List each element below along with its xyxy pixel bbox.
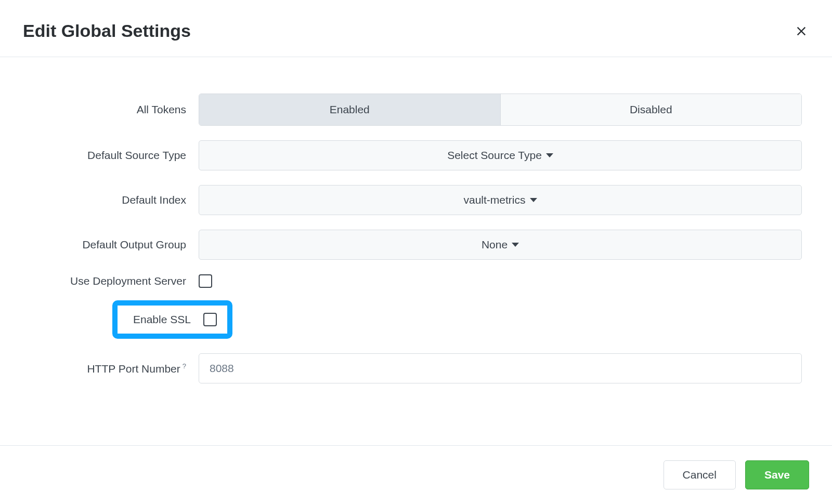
help-icon[interactable]: ? xyxy=(183,362,186,370)
cancel-button[interactable]: Cancel xyxy=(664,460,736,489)
label-default-output-group: Default Output Group xyxy=(23,238,199,251)
dropdown-default-source-type[interactable]: Select Source Type xyxy=(199,140,802,170)
row-http-port: HTTP Port Number? xyxy=(23,353,809,383)
close-icon xyxy=(796,25,807,37)
toggle-all-tokens: Enabled Disabled xyxy=(199,94,802,126)
checkbox-enable-ssl[interactable] xyxy=(203,313,217,326)
toggle-all-tokens-enabled[interactable]: Enabled xyxy=(199,94,501,125)
label-http-port: HTTP Port Number? xyxy=(23,362,199,375)
checkbox-use-deployment-server[interactable] xyxy=(199,274,212,288)
row-default-index: Default Index vault-metrics xyxy=(23,185,809,215)
label-all-tokens: All Tokens xyxy=(23,103,199,116)
label-default-index: Default Index xyxy=(23,194,199,206)
chevron-down-icon xyxy=(512,243,519,247)
row-enable-ssl: Enable SSL xyxy=(23,300,809,353)
save-button[interactable]: Save xyxy=(745,460,809,489)
row-use-deployment-server: Use Deployment Server xyxy=(23,274,809,288)
dropdown-default-output-group[interactable]: None xyxy=(199,230,802,260)
chevron-down-icon xyxy=(530,198,537,202)
highlight-enable-ssl: Enable SSL xyxy=(112,300,232,339)
modal-body: All Tokens Enabled Disabled Default Sour… xyxy=(0,57,832,445)
modal-footer: Cancel Save xyxy=(0,445,832,504)
toggle-all-tokens-disabled[interactable]: Disabled xyxy=(501,94,802,125)
dropdown-value: None xyxy=(482,238,508,251)
row-all-tokens: All Tokens Enabled Disabled xyxy=(23,94,809,126)
label-default-source-type: Default Source Type xyxy=(23,149,199,162)
input-http-port[interactable] xyxy=(199,353,802,383)
label-use-deployment-server: Use Deployment Server xyxy=(23,275,199,287)
dropdown-default-index[interactable]: vault-metrics xyxy=(199,185,802,215)
chevron-down-icon xyxy=(546,153,553,157)
dropdown-value: vault-metrics xyxy=(463,194,525,206)
edit-global-settings-modal: Edit Global Settings All Tokens Enabled … xyxy=(0,0,832,504)
modal-header: Edit Global Settings xyxy=(0,0,832,57)
label-enable-ssl: Enable SSL xyxy=(133,313,191,326)
row-default-output-group: Default Output Group None xyxy=(23,230,809,260)
row-default-source-type: Default Source Type Select Source Type xyxy=(23,140,809,170)
dropdown-value: Select Source Type xyxy=(447,149,542,162)
close-button[interactable] xyxy=(794,23,809,39)
modal-title: Edit Global Settings xyxy=(23,21,191,41)
